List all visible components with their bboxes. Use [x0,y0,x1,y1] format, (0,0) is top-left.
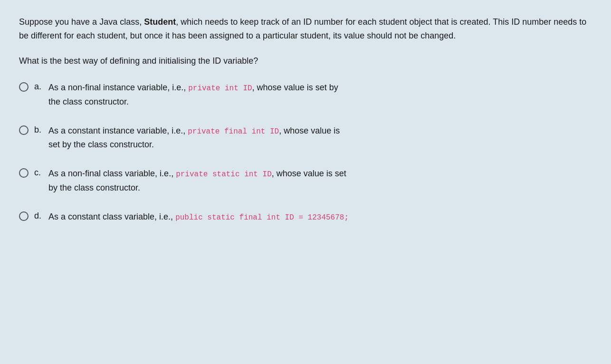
radio-d-col[interactable] [19,210,29,221]
option-a-code: private int ID [188,84,252,93]
radio-a[interactable] [19,82,29,92]
option-d-text-before: As a constant class variable, i.e., [48,212,175,221]
radio-b-col[interactable] [19,124,29,135]
option-d-content: As a constant class variable, i.e., publ… [48,210,592,224]
question-paragraph-2: What is the best way of defining and ini… [19,54,589,68]
option-d-code: public static final int ID = 12345678; [175,213,349,222]
question-paragraph-1: Suppose you have a Java class, Student, … [19,15,589,43]
option-a-text-before: As a non-final instance variable, i.e., [48,83,188,92]
option-b-code: private final int ID [188,127,279,136]
radio-d[interactable] [19,211,29,221]
option-b-content: As a constant instance variable, i.e., p… [48,124,592,152]
option-d: d. As a constant class variable, i.e., p… [19,210,592,224]
option-b: b. As a constant instance variable, i.e.… [19,124,592,152]
option-c-text-before: As a non-final class variable, i.e., [48,169,176,178]
option-c-code: private static int ID [176,170,272,179]
letter-a: a. [34,81,48,92]
option-a-content: As a non-final instance variable, i.e., … [48,81,592,108]
radio-a-col[interactable] [19,81,29,92]
para1-before-bold: Suppose you have a Java class, [19,17,144,27]
radio-c-col[interactable] [19,167,29,178]
letter-c: c. [34,167,48,178]
option-a: a. As a non-final instance variable, i.e… [19,81,592,108]
radio-b[interactable] [19,125,29,135]
option-c-content: As a non-final class variable, i.e., pri… [48,167,592,194]
radio-c[interactable] [19,168,29,178]
para1-bold: Student [144,17,176,27]
letter-d: d. [34,210,48,221]
option-b-text-before: As a constant instance variable, i.e., [48,126,188,135]
option-c: c. As a non-final class variable, i.e., … [19,167,592,194]
letter-b: b. [34,124,48,135]
options-list: a. As a non-final instance variable, i.e… [19,81,592,224]
question-block: Suppose you have a Java class, Student, … [19,15,589,67]
